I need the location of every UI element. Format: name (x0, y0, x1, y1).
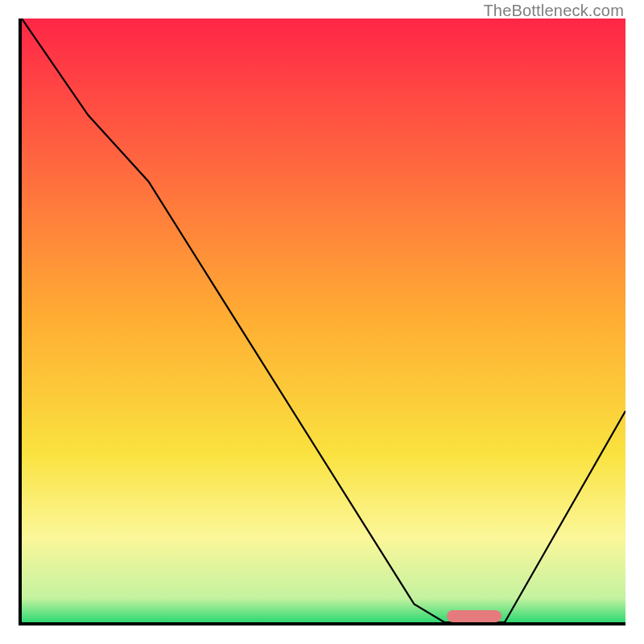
chart-root: { "watermark": "TheBottleneck.com", "col… (0, 0, 644, 644)
bottleneck-curve (22, 19, 625, 622)
plot-area (19, 19, 625, 625)
optimal-marker (447, 610, 502, 622)
watermark-text: TheBottleneck.com (483, 2, 624, 20)
